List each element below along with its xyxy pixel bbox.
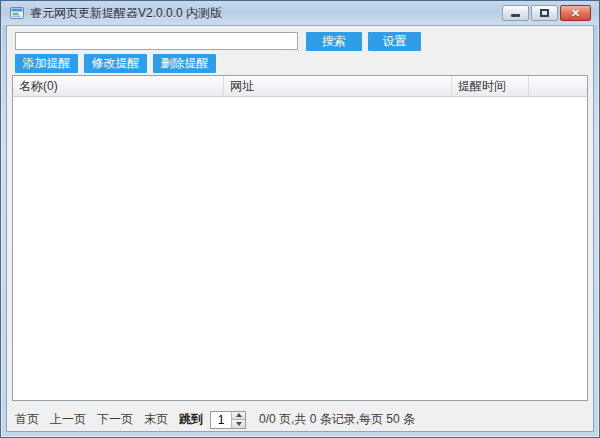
jump-to-label: 跳到 [179, 411, 203, 428]
settings-button[interactable]: 设置 [368, 32, 421, 51]
table-body [13, 97, 587, 400]
table-header: 名称(0) 网址 提醒时间 [13, 76, 587, 97]
page-number-stepper [210, 411, 246, 429]
stepper-up-button[interactable] [232, 412, 245, 420]
column-header-time[interactable]: 提醒时间 [452, 76, 529, 96]
window-controls: ✕ [502, 5, 591, 21]
first-page-link[interactable]: 首页 [15, 411, 39, 428]
column-header-url[interactable]: 网址 [224, 76, 452, 96]
app-window: 睿元网页更新提醒器V2.0.0.0 内测版 ✕ 搜索 设置 添加提醒 修改提醒 … [0, 0, 600, 438]
minimize-button[interactable] [502, 5, 529, 21]
column-header-extra [529, 76, 587, 96]
minimize-icon [511, 14, 520, 17]
client-area: 搜索 设置 添加提醒 修改提醒 删除提醒 名称(0) 网址 提醒时间 首页 上一… [6, 25, 594, 432]
search-button[interactable]: 搜索 [306, 32, 362, 51]
reminder-table: 名称(0) 网址 提醒时间 [12, 75, 588, 401]
pagination: 首页 上一页 下一页 末页 跳到 0/0 页,共 0 条记录,每页 50 条 [15, 410, 585, 429]
maximize-button[interactable] [531, 5, 558, 21]
page-summary: 0/0 页,共 0 条记录,每页 50 条 [259, 411, 415, 428]
window-title: 睿元网页更新提醒器V2.0.0.0 内测版 [30, 5, 222, 22]
arrow-up-icon [236, 413, 242, 417]
last-page-link[interactable]: 末页 [144, 411, 168, 428]
prev-page-link[interactable]: 上一页 [50, 411, 86, 428]
close-icon: ✕ [571, 8, 580, 19]
titlebar[interactable]: 睿元网页更新提醒器V2.0.0.0 内测版 ✕ [1, 1, 599, 25]
arrow-down-icon [236, 422, 242, 426]
maximize-icon [540, 9, 549, 17]
stepper-down-button[interactable] [232, 419, 245, 428]
add-reminder-button[interactable]: 添加提醒 [15, 54, 78, 73]
stepper-arrows [231, 412, 245, 428]
delete-reminder-button[interactable]: 删除提醒 [153, 54, 216, 73]
search-input[interactable] [15, 32, 298, 50]
jump-page-input[interactable] [211, 412, 231, 428]
next-page-link[interactable]: 下一页 [97, 411, 133, 428]
edit-reminder-button[interactable]: 修改提醒 [84, 54, 147, 73]
app-icon [10, 6, 25, 20]
column-header-name[interactable]: 名称(0) [13, 76, 224, 96]
close-button[interactable]: ✕ [560, 5, 591, 21]
